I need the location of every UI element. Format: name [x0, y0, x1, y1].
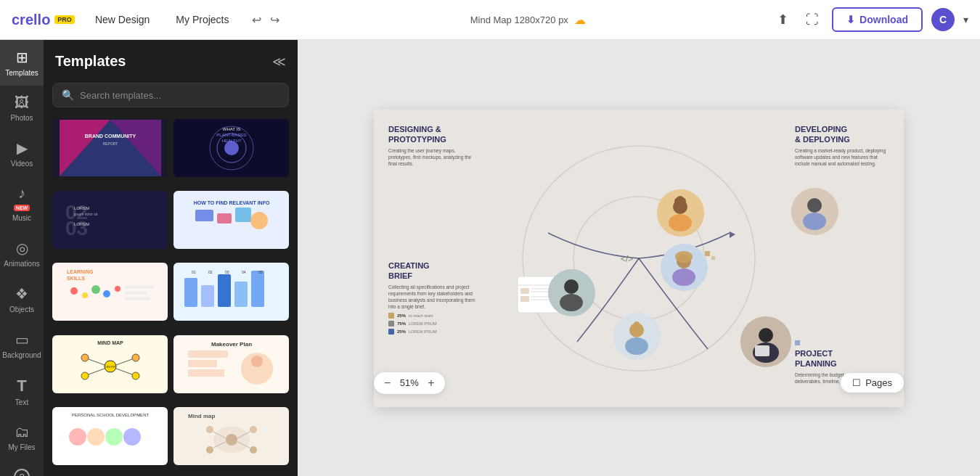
svg-point-91 [669, 214, 692, 231]
svg-rect-79 [711, 256, 715, 260]
pages-button[interactable]: ☐ Pages [841, 373, 904, 393]
template-card-10[interactable]: Mind map [173, 407, 289, 465]
svg-point-67 [250, 426, 257, 433]
svg-rect-30 [125, 297, 150, 300]
svg-rect-83 [520, 288, 529, 294]
section-designing: DESIGNING &PROTOTYPING Creating the user… [388, 124, 475, 168]
svg-point-68 [206, 446, 213, 454]
share-button[interactable]: ⬆ [773, 9, 793, 30]
sidebar-item-animations[interactable]: ◎ Animations [0, 231, 44, 276]
search-input[interactable] [80, 90, 279, 101]
sidebar-item-background[interactable]: ▭ Background [0, 322, 44, 368]
svg-line-47 [89, 359, 105, 365]
svg-rect-78 [705, 251, 710, 256]
sidebar-label-myfiles: My Files [8, 443, 35, 451]
svg-rect-31 [184, 278, 197, 307]
zoom-in-button[interactable]: + [428, 377, 434, 390]
avatar-person-2 [791, 188, 838, 235]
svg-point-62 [123, 428, 141, 446]
background-icon: ▭ [15, 331, 29, 348]
template-card-6[interactable]: 01 02 03 04 05 [173, 263, 289, 321]
template-card-7[interactable]: MIND MAP CENTER [52, 335, 168, 393]
section-title-developing: DEVELOPING& DEPLOYING [795, 124, 889, 145]
svg-point-20 [250, 212, 268, 229]
avatar-person-5 [613, 313, 661, 360]
canvas-title-area: Mind Map 1280x720 px ☁ [297, 13, 759, 27]
template-card-2[interactable]: WHAT IS PLANT-BASED HEALTH? [173, 119, 289, 177]
new-design-link[interactable]: New Design [89, 11, 155, 28]
template-card-inner-6: 01 02 03 04 05 [173, 263, 289, 321]
svg-text:Makeover Plan: Makeover Plan [211, 341, 251, 348]
new-badge: NEW [14, 205, 30, 211]
canvas-slide[interactable]: </> DESI [374, 110, 904, 407]
sidebar-item-howit[interactable]: ? How it [0, 460, 44, 476]
bottom-bar: − 51% + ☐ Pages [374, 372, 904, 394]
pro-badge: PRO [54, 15, 75, 24]
svg-rect-35 [251, 271, 264, 307]
stat-bar-2: 75% LOREM IPSUM [388, 321, 483, 327]
template-card-inner-1: BRAND COMMUNITY REPORT [52, 119, 168, 177]
svg-rect-28 [125, 285, 154, 289]
template-card-5[interactable]: LEARNING SKILLS [52, 263, 168, 321]
svg-point-93 [677, 196, 684, 203]
collapse-panel-button[interactable]: ≪ [272, 54, 286, 70]
stat-pct-1: 25% [397, 313, 406, 318]
svg-point-65 [226, 434, 237, 446]
svg-text:ipsum dolor sit: ipsum dolor sit [74, 212, 98, 216]
sidebar-item-music[interactable]: ♪ NEW Music [0, 176, 44, 231]
section-desc-designing: Creating the user journey maps, prototyp… [388, 147, 475, 167]
template-card-8[interactable]: Makeover Plan [173, 335, 289, 393]
svg-rect-18 [217, 213, 232, 223]
svg-point-108 [634, 321, 640, 327]
avatar-button[interactable]: C [931, 8, 955, 31]
canvas-title: Mind Map 1280x720 px [470, 15, 568, 25]
videos-icon: ▶ [17, 139, 28, 157]
sidebar-item-myfiles[interactable]: 🗂 My Files [0, 415, 44, 460]
topnav: crello PRO New Design My Projects ↩ ↪ Mi… [0, 0, 980, 40]
sidebar-item-text[interactable]: T Text [0, 368, 44, 415]
svg-point-44 [132, 354, 139, 361]
fullscreen-button[interactable]: ⛶ [801, 9, 823, 30]
zoom-level: 51% [396, 377, 422, 388]
sidebar-item-objects[interactable]: ❖ Objects [0, 276, 44, 322]
zoom-controls: − 51% + [374, 372, 445, 394]
svg-text:WHAT IS: WHAT IS [222, 127, 240, 131]
sidebar-item-photos[interactable]: 🖼 Photos [0, 86, 44, 131]
template-card-3[interactable]: 02 03 LOREM ipsum dolor sit LOREM [52, 191, 168, 249]
sidebar-item-templates[interactable]: ⊞ Templates [0, 40, 44, 86]
stat-pct-2: 75% [397, 321, 406, 326]
svg-point-103 [560, 294, 583, 311]
account-chevron[interactable]: ▾ [963, 14, 968, 25]
canvas-area: </> DESI [298, 40, 980, 476]
my-projects-link[interactable]: My Projects [170, 11, 234, 28]
template-card-9[interactable]: PERSONAL SCHOOL DEVELOPMENT [52, 407, 168, 465]
svg-rect-32 [201, 285, 214, 307]
template-card-inner-8: Makeover Plan [173, 335, 289, 393]
panel-header: Templates ≪ [44, 40, 298, 83]
redo-button[interactable]: ↪ [267, 10, 282, 30]
svg-point-99 [672, 268, 695, 286]
svg-text:HEALTH?: HEALTH? [221, 139, 241, 143]
download-button[interactable]: ⬇ Download [832, 7, 923, 32]
template-card-4[interactable]: HOW TO FIND RELEVANT INFO [173, 191, 289, 249]
section-developing: DEVELOPING& DEPLOYING Creating a market-… [795, 124, 889, 168]
svg-rect-80 [795, 340, 800, 345]
template-card-1[interactable]: BRAND COMMUNITY REPORT [52, 119, 168, 177]
svg-point-46 [132, 372, 139, 379]
download-icon: ⬇ [846, 14, 855, 25]
svg-text:Mind map: Mind map [188, 413, 215, 419]
stat-desc-2: LOREM IPSUM [409, 321, 437, 326]
music-icon: ♪ [18, 185, 25, 202]
svg-point-25 [91, 285, 100, 294]
svg-text:03: 03 [65, 217, 88, 239]
svg-point-110 [759, 328, 773, 342]
myfiles-icon: 🗂 [15, 424, 29, 440]
svg-rect-34 [234, 282, 248, 307]
svg-point-23 [70, 287, 78, 295]
sidebar-item-videos[interactable]: ▶ Videos [0, 131, 44, 176]
svg-rect-54 [188, 360, 217, 367]
zoom-out-button[interactable]: − [384, 377, 391, 390]
undo-button[interactable]: ↩ [249, 10, 264, 30]
svg-point-57 [251, 356, 263, 367]
avatar-person-6 [740, 316, 791, 367]
